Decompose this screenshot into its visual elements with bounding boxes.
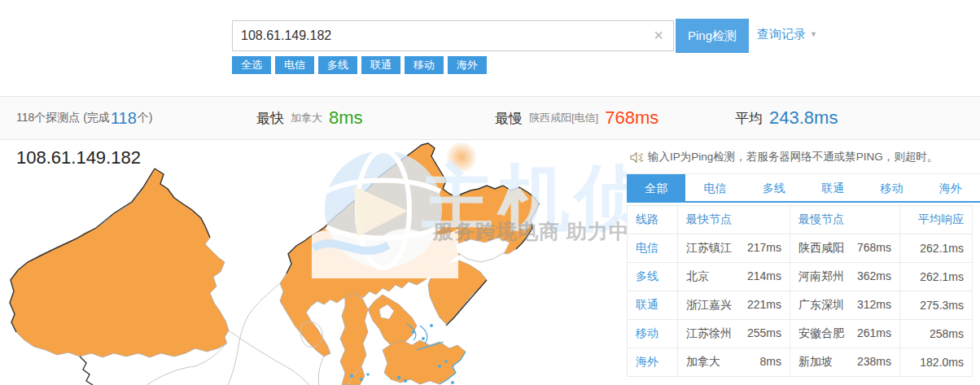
results-table: 线路 最快节点 最慢节点 平均响应 电信江苏镇江217ms陕西咸阳768ms26… [627,205,973,377]
cell-average: 182.0ms [900,348,973,377]
fastest-stat: 最快 加拿大 8ms [256,97,363,139]
clear-input-icon[interactable]: × [650,27,667,45]
cell-line: 移动 [628,320,678,348]
cell-fastest: 浙江嘉兴221ms [678,291,790,320]
panel-tab-5[interactable]: 海外 [921,174,980,201]
header-average: 平均响应 [900,206,973,234]
probe-prefix: 118个探测点 (完成 [16,111,110,125]
filter-button-2[interactable]: 多线 [318,56,357,74]
cell-slowest: 河南郑州362ms [790,263,900,291]
cell-fastest-node: 江苏徐州 [686,326,732,341]
cell-fastest-ms: 214ms [747,269,781,284]
main-area: 108.61.149.182 [0,140,980,385]
cell-fastest-node: 江苏镇江 [686,241,732,256]
slowest-stat: 最慢 陕西咸阳[电信] 768ms [495,97,658,139]
filter-button-4[interactable]: 移动 [405,56,444,74]
probe-count-value: 118 [111,109,137,128]
cell-fastest-ms: 255ms [747,326,781,341]
fastest-label: 最快 [256,109,284,128]
province-shape-shandong[interactable] [383,340,466,384]
filter-button-1[interactable]: 电信 [275,56,314,74]
caret-down-icon: ▼ [810,30,817,38]
average-value: 243.8ms [769,107,838,129]
slowest-label: 最慢 [495,109,523,128]
query-records-label: 查询记录 [757,27,806,41]
ping-notice: 输入IP为Ping检测，若服务器网络不通或禁PING，则超时。 [630,150,980,164]
map-ip-title: 108.61.149.182 [16,147,141,168]
cell-slowest: 安徽合肥261ms [790,320,900,348]
cell-slowest: 广东深圳312ms [790,291,900,320]
cell-average: 275.3ms [900,291,973,320]
results-panel: 输入IP为Ping检测，若服务器网络不通或禁PING，则超时。 全部电信多线联通… [627,140,980,385]
ping-notice-text: 输入IP为Ping检测，若服务器网络不通或禁PING，则超时。 [648,150,938,164]
cell-average: 262.1ms [900,263,973,291]
cell-line: 多线 [628,263,678,291]
cell-line: 联通 [628,291,678,320]
header-fastest-node: 最快节点 [678,206,790,234]
cell-fastest-ms: 8ms [760,355,781,370]
ping-test-button[interactable]: Ping检测 [676,19,749,53]
china-map[interactable] [0,140,633,385]
filter-buttons: 全选电信多线联通移动海外 [232,56,491,74]
cell-line: 电信 [628,234,678,263]
cell-fastest: 北京214ms [678,263,790,291]
table-row: 海外加拿大8ms新加坡238ms182.0ms [628,348,973,377]
cell-fastest-ms: 217ms [747,241,781,256]
cell-slowest-ms: 261ms [857,326,891,341]
panel-tab-0[interactable]: 全部 [627,174,685,201]
cell-average: 258ms [900,320,973,348]
cell-fastest-node: 加拿大 [686,355,720,370]
cell-fastest-node: 北京 [686,269,709,284]
fastest-node: 加拿大 [291,111,322,125]
panel-tab-1[interactable]: 电信 [685,174,744,201]
table-row: 电信江苏镇江217ms陕西咸阳768ms262.1ms [628,234,973,263]
query-records-link[interactable]: 查询记录▼ [757,27,817,42]
cell-slowest-ms: 362ms [857,269,891,284]
cell-fastest: 江苏徐州255ms [678,320,790,348]
ip-search-input[interactable] [232,20,674,51]
cell-slowest-node: 新加坡 [798,355,833,370]
slowest-node: 陕西咸阳[电信] [529,111,598,125]
filter-button-0[interactable]: 全选 [232,56,271,74]
fastest-value: 8ms [329,107,363,129]
cell-slowest-ms: 768ms [857,241,891,256]
line-tabs: 全部电信多线联通移动海外 [627,173,980,203]
stats-bar: 118个探测点 (完成 118 个) 最快 加拿大 8ms 最慢 陕西咸阳[电信… [0,96,980,140]
panel-tab-3[interactable]: 联通 [803,174,862,201]
table-header-row: 线路 最快节点 最慢节点 平均响应 [628,206,973,234]
filter-button-5[interactable]: 海外 [448,56,487,74]
table-row: 多线北京214ms河南郑州362ms262.1ms [628,263,973,291]
province-shape-shanxi[interactable] [340,293,368,385]
panel-tab-2[interactable]: 多线 [745,174,803,201]
header-slowest-node: 最慢节点 [790,206,900,234]
cell-slowest-node: 广东深圳 [798,298,844,313]
table-row: 移动江苏徐州255ms安徽合肥261ms258ms [628,320,973,348]
cell-fastest: 加拿大8ms [678,348,790,377]
header-line: 线路 [628,206,678,234]
cell-fastest-ms: 221ms [747,298,781,313]
cell-fastest-node: 浙江嘉兴 [686,298,732,313]
table-row: 联通浙江嘉兴221ms广东深圳312ms275.3ms [628,291,973,320]
cell-average: 262.1ms [900,234,973,263]
search-section: × Ping检测 查询记录▼ 全选电信多线联通移动海外 [0,0,980,96]
cell-slowest: 新加坡238ms [790,348,900,377]
slowest-value: 768ms [605,107,658,129]
cell-slowest-node: 陕西咸阳 [798,241,844,256]
cell-fastest: 江苏镇江217ms [678,234,790,263]
cell-slowest-ms: 312ms [857,298,891,313]
cell-slowest-node: 河南郑州 [798,269,844,284]
probe-suffix: 个) [138,111,153,125]
cell-slowest-node: 安徽合肥 [798,326,844,341]
cell-line: 海外 [628,348,678,377]
speaker-icon [630,151,643,164]
average-label: 平均 [735,109,763,128]
cell-slowest: 陕西咸阳768ms [790,234,900,263]
province-shape-hebei[interactable] [368,295,417,348]
cell-slowest-ms: 238ms [857,355,891,370]
filter-button-3[interactable]: 联通 [361,56,400,74]
probe-count-stat: 118个探测点 (完成 118 个) [16,97,152,139]
panel-tab-4[interactable]: 移动 [862,174,921,201]
province-shape-xinjiang[interactable] [10,168,229,357]
results-table-body: 电信江苏镇江217ms陕西咸阳768ms262.1ms多线北京214ms河南郑州… [628,234,973,377]
average-stat: 平均 243.8ms [735,97,838,139]
